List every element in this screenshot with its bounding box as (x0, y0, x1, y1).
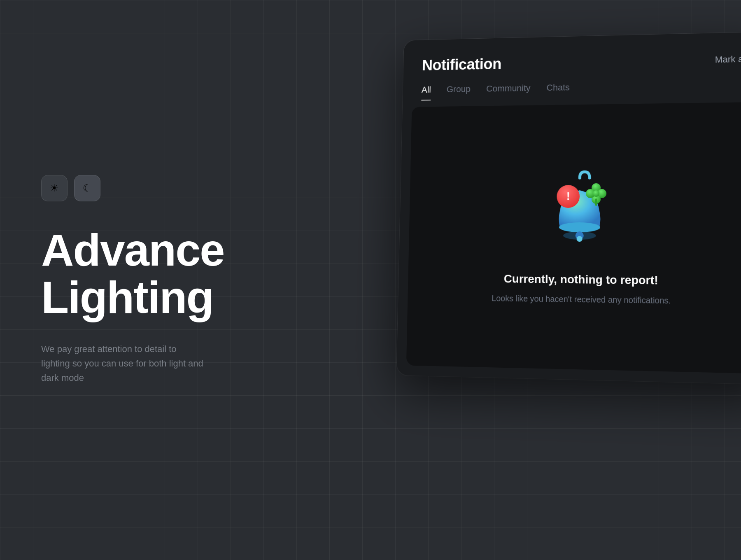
notification-content: ! Currently, nothing to report! Looks li… (406, 102, 741, 374)
empty-state-title: Currently, nothing to report! (504, 272, 658, 287)
mark-all-button[interactable]: Mark all (715, 54, 741, 65)
dark-mode-button[interactable]: ☾ (74, 175, 100, 201)
tab-all[interactable]: All (421, 85, 431, 101)
empty-state-subtitle: Looks like you hacen't received any noti… (492, 292, 671, 307)
notification-title: Notification (422, 56, 501, 74)
page-title: Advance Lighting (41, 226, 255, 321)
sun-icon: ☀ (50, 182, 59, 194)
svg-point-3 (577, 236, 583, 242)
notification-panel-container: Notification Mark all All Group Communit… (396, 32, 741, 385)
tab-community[interactable]: Community (486, 83, 531, 99)
svg-point-10 (593, 190, 599, 197)
page-subtitle: We pay great attention to detail to ligh… (41, 342, 206, 385)
tab-chats[interactable]: Chats (546, 82, 570, 99)
left-section: ☀ ☾ Advance Lighting We pay great attent… (0, 0, 296, 560)
notification-panel: Notification Mark all All Group Communit… (396, 32, 741, 385)
light-mode-button[interactable]: ☀ (41, 175, 68, 201)
moon-icon: ☾ (83, 182, 92, 194)
bell-illustration: ! (535, 166, 626, 257)
svg-text:!: ! (566, 190, 570, 202)
panel-header: Notification Mark all (403, 32, 741, 74)
tab-group[interactable]: Group (446, 84, 471, 100)
theme-toggle-group: ☀ ☾ (41, 175, 255, 201)
